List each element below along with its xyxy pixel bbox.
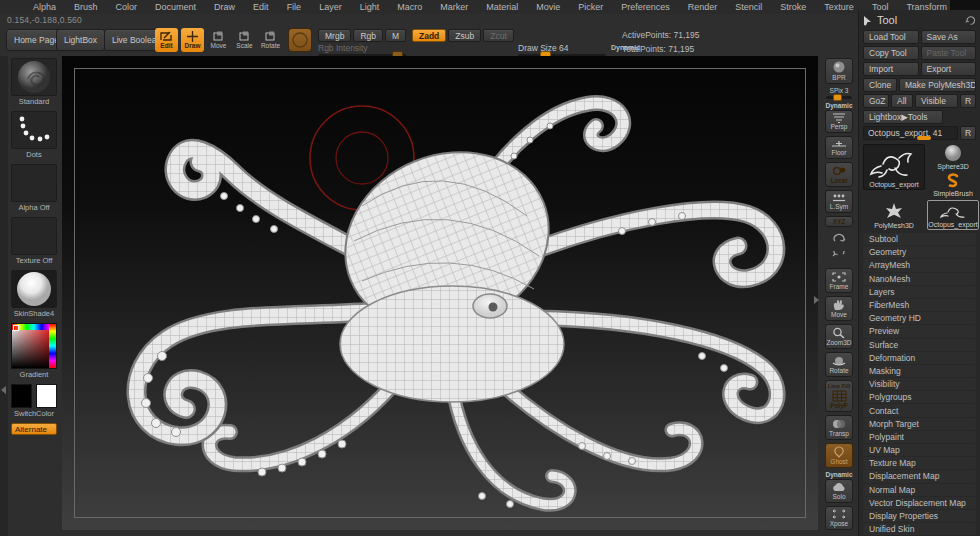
- secondary-color-swatch[interactable]: [36, 384, 57, 408]
- palette-title[interactable]: Tool: [877, 14, 965, 26]
- spix-slider[interactable]: [826, 96, 852, 99]
- current-brush[interactable]: Standard: [11, 58, 57, 106]
- tool-section-item[interactable]: Contact: [863, 404, 976, 416]
- save-as-button[interactable]: Save As: [921, 30, 977, 44]
- solo-button[interactable]: Solo: [825, 479, 853, 503]
- tool-section-item[interactable]: Morph Target: [863, 418, 976, 430]
- simplebrush-tool[interactable]: SimpleBrush: [927, 173, 979, 198]
- rotate-nav-button[interactable]: Rotate: [825, 352, 853, 377]
- make-polymesh3d-button[interactable]: Make PolyMesh3D: [899, 78, 976, 92]
- move-nav-button[interactable]: Move: [825, 296, 853, 321]
- menu-item[interactable]: Render: [679, 1, 727, 13]
- move-button[interactable]: Move: [207, 28, 230, 52]
- tool-section-item[interactable]: Geometry HD: [863, 312, 976, 324]
- frame-button[interactable]: Frame: [825, 268, 853, 293]
- draw-button[interactable]: Draw: [181, 28, 204, 52]
- menu-item[interactable]: Macro: [388, 1, 431, 13]
- y-rotation-button[interactable]: [825, 230, 853, 246]
- sphere3d-tool[interactable]: Sphere3D: [927, 144, 979, 171]
- tool-item-slider[interactable]: Octopus_export. 41: [863, 126, 958, 140]
- tool-section-item[interactable]: Polygroups: [863, 391, 976, 403]
- tool-section-item[interactable]: NanoMesh: [863, 273, 976, 285]
- rotate-button[interactable]: Rotate: [259, 28, 282, 52]
- tool-section-item[interactable]: Visibility: [863, 378, 976, 390]
- hue-strip-right[interactable]: [49, 324, 56, 368]
- octopus-model[interactable]: [62, 56, 818, 530]
- tool-section-item[interactable]: Display Properties: [863, 510, 976, 522]
- tool-section-item[interactable]: Texture Map: [863, 457, 976, 469]
- menu-item[interactable]: Picker: [569, 1, 612, 13]
- current-stroke[interactable]: Dots: [11, 111, 57, 159]
- current-texture[interactable]: Texture Off: [11, 217, 57, 265]
- tool-section-item[interactable]: Subtool: [863, 233, 976, 245]
- polymesh3d-tool[interactable]: PolyMesh3D: [863, 200, 925, 230]
- menu-item[interactable]: Document: [146, 1, 205, 13]
- polyf-button[interactable]: Line Fill PolyF: [825, 380, 853, 412]
- xpose-button[interactable]: Xpose: [825, 506, 853, 530]
- tool-section-item[interactable]: Deformation: [863, 352, 976, 364]
- left-divider-strip[interactable]: [0, 56, 8, 536]
- menu-item[interactable]: Texture: [815, 1, 863, 13]
- tool-section-item[interactable]: Surface: [863, 339, 976, 351]
- alternate-button[interactable]: Alternate: [11, 423, 57, 435]
- import-button[interactable]: Import: [863, 62, 919, 76]
- xyz-rotation-button[interactable]: XYZ: [825, 216, 853, 227]
- zsub-button[interactable]: Zsub: [448, 29, 481, 42]
- current-material[interactable]: SkinShade4: [11, 270, 57, 318]
- tool-section-item[interactable]: Masking: [863, 365, 976, 377]
- copy-tool-button[interactable]: Copy Tool: [863, 46, 919, 60]
- brush-preview[interactable]: [288, 28, 312, 52]
- menu-item[interactable]: Layer: [310, 1, 351, 13]
- persp-button[interactable]: Persp: [825, 110, 853, 133]
- zoom3d-button[interactable]: Zoom3D: [825, 324, 853, 349]
- zadd-button[interactable]: Zadd: [412, 29, 446, 42]
- right-divider-handle[interactable]: [814, 296, 819, 304]
- goz-all-button[interactable]: All: [891, 94, 913, 108]
- lightbox-tools-button[interactable]: Lightbox▶Tools: [863, 110, 943, 124]
- menu-item[interactable]: Marker: [431, 1, 477, 13]
- main-color-swatch[interactable]: [11, 384, 32, 408]
- menu-item[interactable]: Stroke: [771, 1, 815, 13]
- tool-section-item[interactable]: Displacement Map: [863, 470, 976, 482]
- clone-button[interactable]: Clone: [863, 78, 897, 92]
- tool-section-item[interactable]: Geometry: [863, 246, 976, 258]
- menu-item[interactable]: Light: [351, 1, 389, 13]
- r-button[interactable]: R: [960, 94, 976, 108]
- export-button[interactable]: Export: [921, 62, 977, 76]
- zcut-button[interactable]: Zcut: [483, 29, 514, 42]
- menu-item[interactable]: Alpha: [24, 1, 65, 13]
- current-tool-thumbnail[interactable]: Octopus_export: [863, 144, 925, 190]
- floor-button[interactable]: Floor: [825, 136, 853, 159]
- menu-item[interactable]: Color: [107, 1, 147, 13]
- color-picker[interactable]: Gradient: [11, 323, 57, 379]
- tool-section-item[interactable]: FiberMesh: [863, 299, 976, 311]
- m-button[interactable]: M: [385, 29, 406, 42]
- goz-visible-button[interactable]: Visible: [915, 94, 958, 108]
- tool-slider-r-button[interactable]: R: [960, 126, 976, 140]
- bpr-button[interactable]: BPR: [825, 58, 853, 84]
- tool-section-item[interactable]: UV Map: [863, 444, 976, 456]
- menu-item[interactable]: Movie: [527, 1, 569, 13]
- z-rotation-button[interactable]: [825, 249, 853, 265]
- tool-section-item[interactable]: Unified Skin: [863, 523, 976, 535]
- tool-section-item[interactable]: ArrayMesh: [863, 259, 976, 271]
- rgb-button[interactable]: Rgb: [353, 29, 383, 42]
- document-canvas[interactable]: [62, 56, 818, 530]
- scale-button[interactable]: Scale: [233, 28, 256, 52]
- lsym-button[interactable]: L.Sym: [825, 190, 853, 213]
- tool-section-item[interactable]: Preview: [863, 325, 976, 337]
- menu-item[interactable]: Stencil: [726, 1, 771, 13]
- transp-button[interactable]: Transp: [825, 415, 853, 440]
- menu-item[interactable]: Draw: [205, 1, 244, 13]
- mrgb-button[interactable]: Mrgb: [318, 29, 351, 42]
- tool-section-item[interactable]: Polypaint: [863, 431, 976, 443]
- menu-item[interactable]: Material: [477, 1, 527, 13]
- menu-item[interactable]: Preferences: [612, 1, 679, 13]
- menu-item[interactable]: File: [278, 1, 311, 13]
- ghost-button[interactable]: Ghost: [825, 443, 853, 468]
- palette-cycle-icon[interactable]: [965, 15, 976, 26]
- load-tool-button[interactable]: Load Tool: [863, 30, 919, 44]
- menu-item[interactable]: Edit: [244, 1, 278, 13]
- goz-button[interactable]: GoZ: [863, 94, 889, 108]
- current-alpha[interactable]: Alpha Off: [11, 164, 57, 212]
